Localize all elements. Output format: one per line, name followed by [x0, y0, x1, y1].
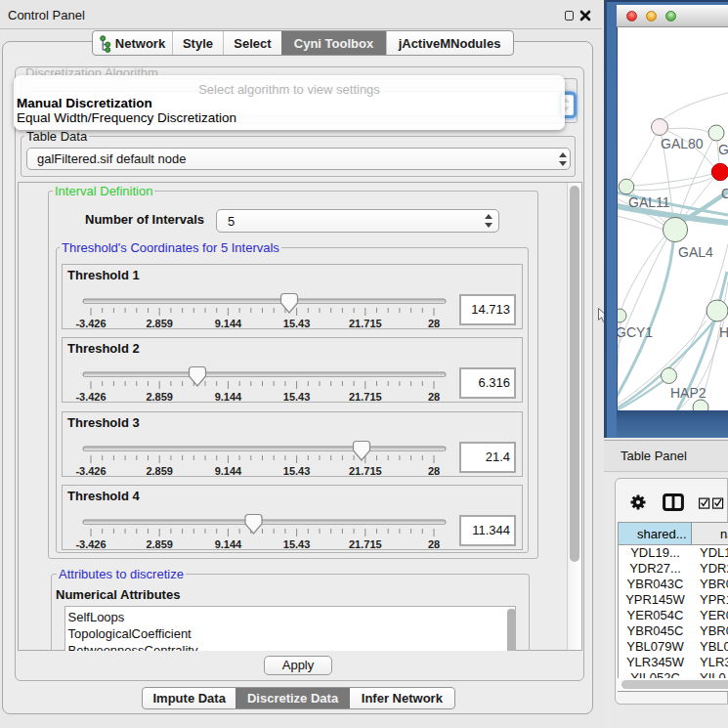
- svg-text:21.715: 21.715: [349, 391, 382, 403]
- svg-text:15.43: 15.43: [283, 318, 311, 329]
- svg-text:28: 28: [428, 538, 440, 550]
- svg-text:-3.426: -3.426: [75, 465, 106, 477]
- svg-text:21.715: 21.715: [349, 318, 382, 329]
- svg-text:2.859: 2.859: [146, 391, 173, 403]
- svg-text:GAL11: GAL11: [628, 194, 670, 210]
- svg-text:2.859: 2.859: [146, 465, 173, 477]
- svg-text:28: 28: [428, 465, 440, 477]
- svg-text:HAP2: HAP2: [670, 385, 707, 401]
- svg-text:21.715: 21.715: [349, 538, 382, 550]
- svg-text:15.43: 15.43: [283, 538, 311, 550]
- svg-text:-3.426: -3.426: [75, 391, 106, 403]
- svg-text:15.43: 15.43: [283, 465, 311, 477]
- svg-text:GAL3: GAL3: [718, 142, 728, 157]
- svg-text:9.144: 9.144: [215, 538, 242, 550]
- svg-text:GCY1: GCY1: [617, 324, 653, 340]
- svg-text:21.715: 21.715: [349, 465, 382, 477]
- svg-text:2.859: 2.859: [146, 318, 173, 329]
- svg-text:-3.426: -3.426: [75, 318, 106, 329]
- svg-text:9.144: 9.144: [215, 465, 242, 477]
- svg-text:9.144: 9.144: [215, 318, 242, 329]
- svg-text:2.859: 2.859: [146, 538, 173, 550]
- svg-text:HIS4: HIS4: [719, 324, 728, 340]
- svg-text:28: 28: [428, 391, 440, 403]
- svg-text:CRP1: CRP1: [721, 186, 728, 201]
- svg-text:GAL4: GAL4: [678, 244, 713, 260]
- svg-text:28: 28: [428, 318, 440, 329]
- svg-text:-3.426: -3.426: [75, 538, 106, 550]
- svg-text:15.43: 15.43: [283, 391, 311, 403]
- svg-text:9.144: 9.144: [215, 391, 242, 403]
- svg-text:GAL80: GAL80: [661, 136, 704, 151]
